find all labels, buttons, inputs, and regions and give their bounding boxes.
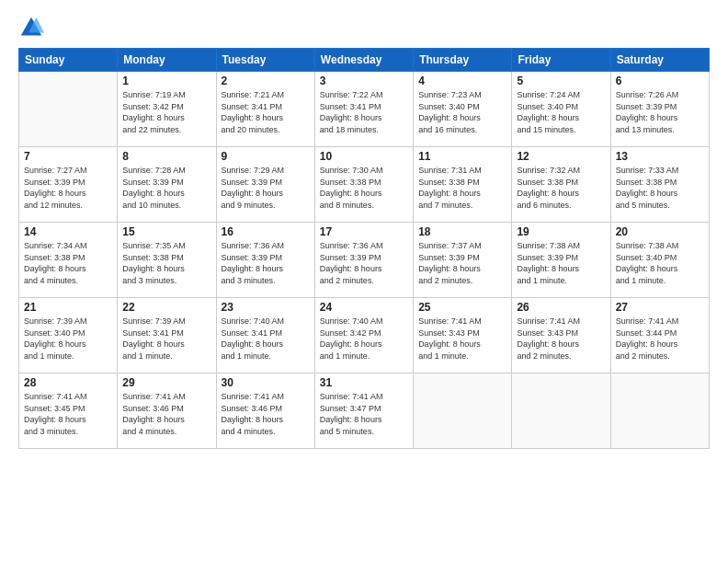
day-info: Sunrise: 7:30 AM Sunset: 3:38 PM Dayligh…	[320, 165, 408, 211]
day-number: 28	[24, 376, 112, 389]
day-number: 4	[418, 75, 506, 87]
day-number: 16	[222, 225, 310, 238]
calendar-cell: 13Sunrise: 7:33 AM Sunset: 3:38 PM Dayli…	[610, 147, 709, 223]
weekday-header-thursday: Thursday	[414, 49, 512, 72]
day-info: Sunrise: 7:40 AM Sunset: 3:41 PM Dayligh…	[222, 316, 310, 362]
day-info: Sunrise: 7:32 AM Sunset: 3:38 PM Dayligh…	[517, 165, 605, 211]
calendar-header: SundayMondayTuesdayWednesdayThursdayFrid…	[19, 49, 710, 72]
day-info: Sunrise: 7:27 AM Sunset: 3:39 PM Dayligh…	[24, 165, 112, 211]
day-info: Sunrise: 7:36 AM Sunset: 3:39 PM Dayligh…	[320, 240, 408, 286]
weekday-header-friday: Friday	[512, 49, 610, 72]
day-info: Sunrise: 7:41 AM Sunset: 3:47 PM Dayligh…	[320, 391, 408, 437]
calendar-cell: 29Sunrise: 7:41 AM Sunset: 3:46 PM Dayli…	[118, 373, 216, 449]
logo-icon	[18, 15, 44, 40]
day-number: 1	[122, 75, 210, 87]
day-number: 23	[222, 301, 310, 314]
day-number: 17	[320, 225, 408, 238]
day-info: Sunrise: 7:41 AM Sunset: 3:46 PM Dayligh…	[122, 391, 210, 437]
weekday-header-row: SundayMondayTuesdayWednesdayThursdayFrid…	[19, 49, 710, 72]
day-info: Sunrise: 7:36 AM Sunset: 3:39 PM Dayligh…	[222, 240, 310, 286]
day-number: 8	[122, 150, 210, 163]
day-number: 29	[122, 376, 210, 389]
calendar: SundayMondayTuesdayWednesdayThursdayFrid…	[18, 48, 710, 449]
calendar-cell: 3Sunrise: 7:22 AM Sunset: 3:41 PM Daylig…	[314, 72, 413, 147]
day-info: Sunrise: 7:41 AM Sunset: 3:44 PM Dayligh…	[616, 316, 704, 362]
day-info: Sunrise: 7:29 AM Sunset: 3:39 PM Dayligh…	[222, 165, 310, 211]
day-number: 18	[418, 225, 506, 238]
day-info: Sunrise: 7:39 AM Sunset: 3:41 PM Dayligh…	[122, 316, 210, 362]
day-number: 12	[517, 150, 605, 163]
calendar-cell: 22Sunrise: 7:39 AM Sunset: 3:41 PM Dayli…	[118, 298, 216, 373]
day-info: Sunrise: 7:24 AM Sunset: 3:40 PM Dayligh…	[517, 89, 605, 135]
calendar-cell: 4Sunrise: 7:23 AM Sunset: 3:40 PM Daylig…	[414, 72, 512, 147]
header	[18, 15, 710, 40]
day-number: 7	[24, 150, 112, 163]
calendar-cell: 10Sunrise: 7:30 AM Sunset: 3:38 PM Dayli…	[314, 147, 413, 223]
day-info: Sunrise: 7:38 AM Sunset: 3:39 PM Dayligh…	[517, 240, 605, 286]
calendar-cell: 23Sunrise: 7:40 AM Sunset: 3:41 PM Dayli…	[216, 298, 314, 373]
calendar-cell: 31Sunrise: 7:41 AM Sunset: 3:47 PM Dayli…	[314, 373, 413, 449]
calendar-cell: 1Sunrise: 7:19 AM Sunset: 3:42 PM Daylig…	[118, 72, 216, 147]
calendar-cell: 27Sunrise: 7:41 AM Sunset: 3:44 PM Dayli…	[610, 298, 709, 373]
calendar-cell: 18Sunrise: 7:37 AM Sunset: 3:39 PM Dayli…	[414, 223, 512, 298]
calendar-cell: 14Sunrise: 7:34 AM Sunset: 3:38 PM Dayli…	[19, 223, 118, 298]
calendar-cell	[19, 72, 118, 147]
day-number: 10	[320, 150, 408, 163]
calendar-cell: 8Sunrise: 7:28 AM Sunset: 3:39 PM Daylig…	[118, 147, 216, 223]
day-info: Sunrise: 7:31 AM Sunset: 3:38 PM Dayligh…	[418, 165, 506, 211]
day-info: Sunrise: 7:23 AM Sunset: 3:40 PM Dayligh…	[418, 89, 506, 135]
calendar-cell: 17Sunrise: 7:36 AM Sunset: 3:39 PM Dayli…	[314, 223, 413, 298]
week-row-0: 1Sunrise: 7:19 AM Sunset: 3:42 PM Daylig…	[19, 72, 710, 147]
day-number: 15	[122, 225, 210, 238]
weekday-header-monday: Monday	[118, 49, 216, 72]
day-number: 31	[320, 376, 408, 389]
day-number: 14	[24, 225, 112, 238]
calendar-cell: 6Sunrise: 7:26 AM Sunset: 3:39 PM Daylig…	[610, 72, 709, 147]
day-number: 2	[222, 75, 310, 87]
day-info: Sunrise: 7:40 AM Sunset: 3:42 PM Dayligh…	[320, 316, 408, 362]
day-number: 19	[517, 225, 605, 238]
day-info: Sunrise: 7:41 AM Sunset: 3:45 PM Dayligh…	[24, 391, 112, 437]
calendar-cell: 5Sunrise: 7:24 AM Sunset: 3:40 PM Daylig…	[512, 72, 610, 147]
week-row-4: 28Sunrise: 7:41 AM Sunset: 3:45 PM Dayli…	[19, 373, 710, 449]
day-number: 27	[616, 301, 704, 314]
calendar-cell: 16Sunrise: 7:36 AM Sunset: 3:39 PM Dayli…	[216, 223, 314, 298]
day-number: 11	[418, 150, 506, 163]
calendar-cell: 19Sunrise: 7:38 AM Sunset: 3:39 PM Dayli…	[512, 223, 610, 298]
weekday-header-tuesday: Tuesday	[216, 49, 314, 72]
weekday-header-wednesday: Wednesday	[314, 49, 413, 72]
calendar-cell: 20Sunrise: 7:38 AM Sunset: 3:40 PM Dayli…	[610, 223, 709, 298]
calendar-cell: 12Sunrise: 7:32 AM Sunset: 3:38 PM Dayli…	[512, 147, 610, 223]
day-number: 25	[418, 301, 506, 314]
calendar-cell: 9Sunrise: 7:29 AM Sunset: 3:39 PM Daylig…	[216, 147, 314, 223]
day-number: 5	[517, 75, 605, 87]
calendar-cell	[610, 373, 709, 449]
day-info: Sunrise: 7:19 AM Sunset: 3:42 PM Dayligh…	[122, 89, 210, 135]
logo	[18, 15, 48, 40]
calendar-cell: 2Sunrise: 7:21 AM Sunset: 3:41 PM Daylig…	[216, 72, 314, 147]
day-number: 24	[320, 301, 408, 314]
day-info: Sunrise: 7:39 AM Sunset: 3:40 PM Dayligh…	[24, 316, 112, 362]
day-number: 30	[222, 376, 310, 389]
calendar-cell: 11Sunrise: 7:31 AM Sunset: 3:38 PM Dayli…	[414, 147, 512, 223]
day-number: 20	[616, 225, 704, 238]
calendar-cell: 21Sunrise: 7:39 AM Sunset: 3:40 PM Dayli…	[19, 298, 118, 373]
week-row-2: 14Sunrise: 7:34 AM Sunset: 3:38 PM Dayli…	[19, 223, 710, 298]
day-number: 3	[320, 75, 408, 87]
day-number: 13	[616, 150, 704, 163]
calendar-cell: 7Sunrise: 7:27 AM Sunset: 3:39 PM Daylig…	[19, 147, 118, 223]
day-info: Sunrise: 7:41 AM Sunset: 3:43 PM Dayligh…	[517, 316, 605, 362]
calendar-cell	[512, 373, 610, 449]
calendar-cell: 15Sunrise: 7:35 AM Sunset: 3:38 PM Dayli…	[118, 223, 216, 298]
day-info: Sunrise: 7:21 AM Sunset: 3:41 PM Dayligh…	[222, 89, 310, 135]
day-info: Sunrise: 7:38 AM Sunset: 3:40 PM Dayligh…	[616, 240, 704, 286]
day-info: Sunrise: 7:41 AM Sunset: 3:43 PM Dayligh…	[418, 316, 506, 362]
calendar-cell: 26Sunrise: 7:41 AM Sunset: 3:43 PM Dayli…	[512, 298, 610, 373]
day-number: 26	[517, 301, 605, 314]
calendar-cell: 24Sunrise: 7:40 AM Sunset: 3:42 PM Dayli…	[314, 298, 413, 373]
day-info: Sunrise: 7:28 AM Sunset: 3:39 PM Dayligh…	[122, 165, 210, 211]
page: SundayMondayTuesdayWednesdayThursdayFrid…	[0, 0, 728, 563]
day-info: Sunrise: 7:26 AM Sunset: 3:39 PM Dayligh…	[616, 89, 704, 135]
weekday-header-saturday: Saturday	[610, 49, 709, 72]
day-number: 21	[24, 301, 112, 314]
